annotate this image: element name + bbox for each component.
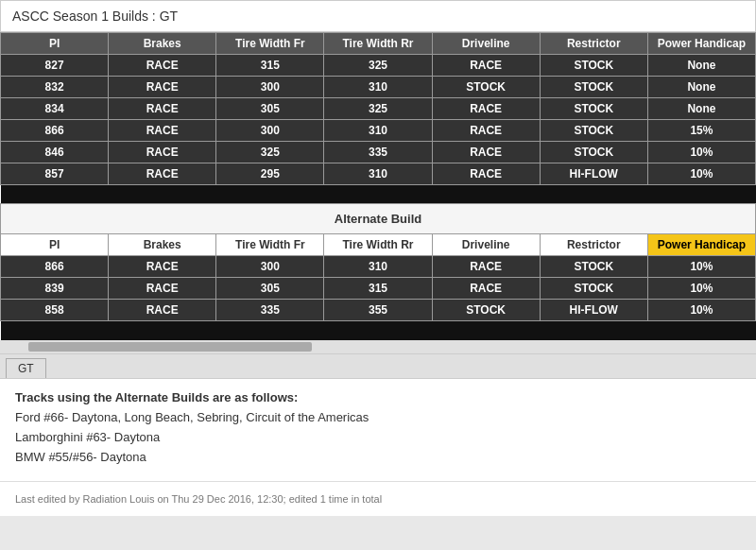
alt-col-header-brakes: Brakes [109,234,216,256]
alt-col-header-power-handicap: Power Handicap [647,234,755,256]
alt-table-row: 858RACE335355STOCKHI-FLOW10% [1,300,756,321]
alt-col-header-tire-width-rr: Tire Width Rr [324,234,432,256]
alt-table-row: 866RACE300310RACESTOCK10% [1,256,756,278]
col-header-restrictor: Restrictor [540,33,647,55]
col-header-driveline: Driveline [432,33,540,55]
alternate-builds-label: Tracks using the Alternate Builds are as… [15,390,741,404]
table-row: 832RACE300310STOCKSTOCKNone [1,77,756,98]
alt-col-header-row: PIBrakesTire Width FrTire Width RrDrivel… [1,234,756,256]
spacer-row-2 [1,321,756,340]
content-area: Tracks using the Alternate Builds are as… [0,379,756,481]
col-header-handicap: Power Handicap [647,33,755,55]
hscroll-thumb[interactable] [28,342,312,352]
main-table: PI Brakes Tire Width Fr Tire Width Rr Dr… [0,32,756,340]
table-row: 857RACE295310RACEHI-FLOW10% [1,163,756,185]
col-header-tw-rr: Tire Width Rr [324,33,432,55]
content-line-1: Ford #66- Daytona, Long Beach, Sebring, … [15,410,741,424]
main-header-row: PI Brakes Tire Width Fr Tire Width Rr Dr… [1,33,756,55]
col-header-brakes: Brakes [109,33,216,55]
alt-col-header-restrictor: Restrictor [540,234,647,256]
table-row: 834RACE305325RACESTOCKNone [1,98,756,120]
alt-col-header-driveline: Driveline [432,234,540,256]
title-bar: ASCC Season 1 Builds : GT [0,0,756,32]
alt-build-header: Alternate Build [1,204,756,234]
spacer-row [1,185,756,204]
table-row: 827RACE315325RACESTOCKNone [1,55,756,77]
table-container: PI Brakes Tire Width Fr Tire Width Rr Dr… [0,32,756,340]
tab-bar: GT [0,353,756,379]
main-tbody: 827RACE315325RACESTOCKNone832RACE300310S… [1,55,756,340]
alt-col-header-tire-width-fr: Tire Width Fr [216,234,324,256]
tab-gt[interactable]: GT [6,358,46,378]
alt-col-header-pi: PI [1,234,109,256]
footer-text: Last edited by Radiation Louis on Thu 29… [0,481,756,516]
col-header-tw-fr: Tire Width Fr [216,33,324,55]
table-row: 846RACE325335RACESTOCK10% [1,142,756,163]
page-wrapper: ASCC Season 1 Builds : GT PI Brakes Tire… [0,0,756,516]
hscroll-bar[interactable] [0,340,756,353]
page-title: ASCC Season 1 Builds : GT [12,9,178,24]
alt-table-row: 839RACE305315RACESTOCK10% [1,278,756,300]
content-line-3: BMW #55/#56- Daytona [15,450,741,464]
col-header-pi: PI [1,33,109,55]
table-row: 866RACE300310RACESTOCK15% [1,120,756,142]
content-line-2: Lamborghini #63- Daytona [15,430,741,444]
